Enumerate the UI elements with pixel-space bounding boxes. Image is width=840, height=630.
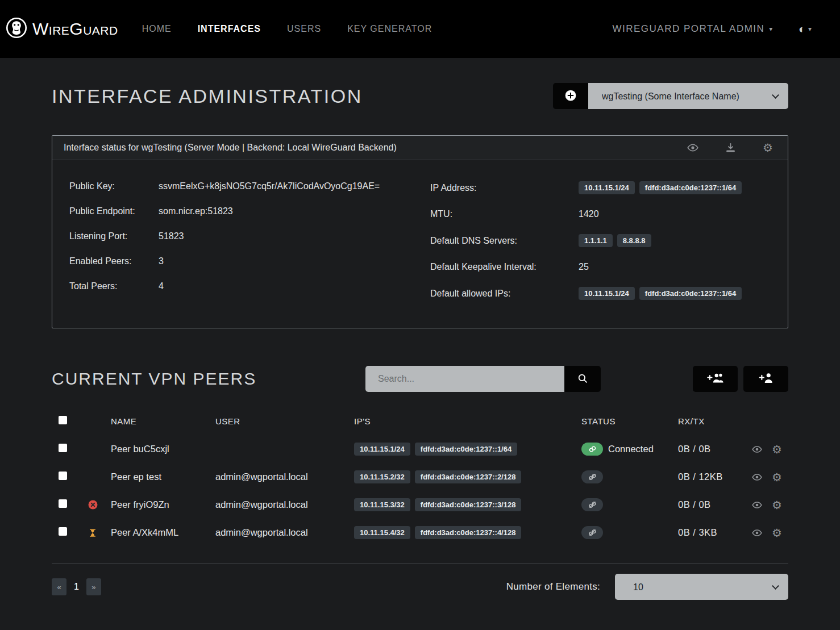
- wireguard-logo-icon: [6, 17, 27, 41]
- field-value: som.nicr.ep:51823: [159, 206, 233, 216]
- nav-link-users[interactable]: USERS: [287, 24, 321, 34]
- gear-icon[interactable]: ⚙: [772, 499, 782, 511]
- eye-icon[interactable]: [687, 142, 698, 153]
- table-body: Peer buC5cxjl10.11.15.1/24fdfd:d3ad:c0de…: [52, 435, 788, 546]
- add-peer-button[interactable]: [743, 366, 788, 392]
- theme-toggle[interactable]: ◐ ▾: [799, 23, 812, 35]
- ip-badge: 10.11.15.1/24: [354, 443, 410, 456]
- interface-card-title: Interface status for wgTesting (Server M…: [64, 143, 397, 153]
- field-value: 4: [159, 281, 164, 291]
- peer-row: Peer ep testadmin@wgportal.local10.11.15…: [52, 463, 788, 491]
- peer-rxtx: 0B / 0B: [678, 499, 711, 510]
- status-disconnected-link-slash-icon: [581, 498, 603, 511]
- peer-row: Peer A/Xk4mMLadmin@wgportal.local10.11.1…: [52, 519, 788, 546]
- info-row: Default allowed IPs:10.11.15.1/24fdfd:d3…: [430, 279, 771, 307]
- pagination-current-page[interactable]: 1: [74, 582, 79, 592]
- page-size-select-wrap: 10: [615, 574, 788, 600]
- download-icon[interactable]: [725, 143, 736, 153]
- add-interface-button[interactable]: [553, 83, 588, 109]
- column-header-user: USER: [215, 416, 354, 426]
- row-checkbox[interactable]: [59, 472, 67, 480]
- pagination-next-button[interactable]: »: [86, 578, 101, 595]
- value-badge: fdfd:d3ad:c0de:1237::1/64: [639, 287, 742, 300]
- field-label: Public Endpoint:: [69, 206, 159, 216]
- ip-badge: fdfd:d3ad:c0de:1237::4/128: [415, 526, 522, 539]
- column-header-name: NAME: [111, 416, 215, 426]
- info-row: Listening Port:51823: [69, 224, 410, 249]
- page-size-select[interactable]: 10: [615, 574, 788, 600]
- value-badge: 8.8.8.8: [617, 234, 651, 247]
- column-header-rxtx: RX/TX: [678, 416, 752, 426]
- gear-icon[interactable]: ⚙: [763, 142, 773, 153]
- field-value: 1.1.1.18.8.8.8: [579, 234, 651, 247]
- pagination-prev-button[interactable]: «: [52, 578, 66, 595]
- navbar: WireGuard HOMEINTERFACESUSERSKEY GENERAT…: [0, 0, 840, 58]
- field-value: 51823: [159, 231, 184, 241]
- user-menu-label: WIREGUARD PORTAL ADMIN: [612, 23, 764, 35]
- interface-select-wrap: wgTesting (Some Interface Name): [588, 83, 788, 109]
- row-checkbox[interactable]: [59, 527, 67, 536]
- add-multiple-peers-button[interactable]: [693, 366, 738, 392]
- field-label: Default allowed IPs:: [430, 289, 579, 299]
- value-badge: 10.11.15.1/24: [579, 287, 635, 300]
- eye-icon[interactable]: [752, 499, 762, 511]
- nav-link-interfaces[interactable]: INTERFACES: [198, 24, 261, 34]
- row-checkbox[interactable]: [59, 444, 67, 452]
- search-button[interactable]: [564, 366, 601, 392]
- nav-links: HOMEINTERFACESUSERSKEY GENERATOR: [142, 24, 433, 34]
- chevron-down-icon: ▾: [808, 25, 812, 33]
- field-label: Default Keepalive Interval:: [430, 262, 579, 272]
- gear-icon[interactable]: ⚙: [772, 527, 782, 539]
- field-label: Listening Port:: [69, 231, 159, 241]
- eye-icon[interactable]: [752, 472, 762, 483]
- brand-name: WireGuard: [32, 19, 118, 39]
- info-row: Default DNS Servers:1.1.1.18.8.8.8: [430, 227, 771, 254]
- interface-select[interactable]: wgTesting (Some Interface Name): [588, 83, 788, 109]
- plus-people-icon: [706, 372, 725, 386]
- theme-half-circle-icon: ◐: [799, 23, 805, 35]
- field-value: 1420: [579, 209, 599, 219]
- field-label: Public Key:: [69, 181, 159, 191]
- chevron-down-icon: ▾: [769, 25, 774, 33]
- info-row: IP Address:10.11.15.1/24fdfd:d3ad:c0de:1…: [430, 174, 771, 202]
- ip-badge: 10.11.15.4/32: [354, 526, 410, 539]
- field-label: Total Peers:: [69, 281, 159, 291]
- peer-name: Peer buC5cxjl: [111, 444, 169, 454]
- peers-title: CURRENT VPN PEERS: [52, 369, 365, 389]
- status-connected-link-icon: [581, 443, 603, 456]
- info-row: Total Peers:4: [69, 274, 410, 299]
- gear-icon[interactable]: ⚙: [772, 444, 782, 455]
- pagination: « 1 »: [52, 578, 101, 595]
- peer-pending-hourglass-icon: [89, 528, 97, 538]
- nav-link-key-generator[interactable]: KEY GENERATOR: [347, 24, 432, 34]
- interface-fields-left: Public Key:ssvmEelxG+k8jsNO5G7cq5r/Ak7li…: [69, 174, 410, 307]
- field-value: 3: [159, 256, 164, 266]
- plus-circle-icon: [565, 90, 576, 103]
- page-size-label: Number of Elements:: [506, 581, 600, 593]
- eye-icon[interactable]: [752, 444, 762, 455]
- info-row: Enabled Peers:3: [69, 249, 410, 274]
- row-checkbox[interactable]: [59, 499, 67, 508]
- peer-rxtx: 0B / 12KB: [678, 472, 723, 482]
- status-disconnected-link-slash-icon: [581, 470, 603, 483]
- select-all-checkbox[interactable]: [59, 416, 67, 424]
- peer-rxtx: 0B / 0B: [678, 444, 711, 454]
- info-row: Public Key:ssvmEelxG+k8jsNO5G7cq5r/Ak7li…: [69, 174, 410, 199]
- eye-icon[interactable]: [752, 527, 762, 539]
- gear-icon[interactable]: ⚙: [772, 472, 782, 483]
- column-header-status: STATUS: [581, 416, 678, 426]
- field-value: 10.11.15.1/24fdfd:d3ad:c0de:1237::1/64: [579, 287, 742, 300]
- value-badge: 1.1.1.1: [579, 234, 613, 247]
- nav-link-home[interactable]: HOME: [142, 24, 172, 34]
- peer-user: admin@wgportal.local: [215, 472, 308, 482]
- peer-rxtx: 0B / 3KB: [678, 527, 717, 537]
- status-label: Connected: [608, 444, 654, 454]
- value-badge: 10.11.15.1/24: [579, 181, 635, 194]
- brand[interactable]: WireGuard: [6, 17, 118, 41]
- field-value: ssvmEelxG+k8jsNO5G7cq5r/Ak7liCodAvOyoCg1…: [159, 181, 380, 191]
- field-value: 25: [579, 262, 589, 272]
- user-menu[interactable]: WIREGUARD PORTAL ADMIN ▾: [612, 23, 773, 35]
- search-input[interactable]: [365, 366, 564, 392]
- info-row: MTU:1420: [430, 202, 771, 227]
- search-icon: [577, 373, 588, 385]
